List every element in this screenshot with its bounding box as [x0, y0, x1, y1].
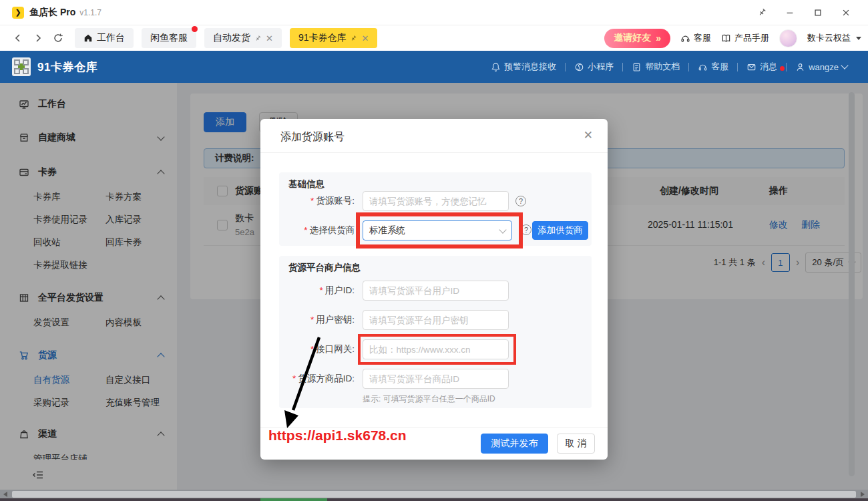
- tab-auto-ship[interactable]: 自动发货 ✕: [204, 28, 282, 48]
- support-menu[interactable]: 客服: [689, 61, 737, 73]
- annotation-url: https://api1.sk678.cn: [268, 428, 407, 444]
- book-icon: [721, 33, 731, 43]
- pin-icon[interactable]: [254, 35, 262, 42]
- person-icon: [795, 62, 805, 72]
- app-version: v1.1.7: [79, 8, 101, 17]
- uid-label: *用户ID:: [279, 281, 359, 301]
- annotation-box-supplier: [356, 212, 523, 248]
- headset-icon: [680, 33, 690, 43]
- invite-friends-button[interactable]: 邀请好友 »: [604, 29, 670, 48]
- maximize-button[interactable]: [804, 3, 832, 23]
- benefits-label: 数卡云权益: [807, 32, 851, 44]
- key-input[interactable]: [363, 310, 509, 330]
- forward-icon[interactable]: [29, 29, 47, 47]
- annotation-box-gateway: [358, 334, 516, 365]
- menu-label: 预警消息接收: [504, 61, 556, 73]
- modal-title: 添加货源账号: [280, 130, 345, 144]
- close-modal-icon[interactable]: ✕: [584, 130, 593, 141]
- pid-input[interactable]: [363, 369, 509, 389]
- required-mark: *: [310, 196, 314, 206]
- required-mark: *: [310, 344, 314, 354]
- app-title: 鱼店长 Pro: [29, 7, 75, 19]
- app-logo-icon: ❯: [12, 7, 24, 19]
- scroll-left-icon[interactable]: [3, 492, 7, 497]
- tab-workbench[interactable]: 工作台: [75, 28, 134, 48]
- menu-label: 小程序: [588, 61, 614, 73]
- tab-bar: 工作台 闲鱼客服 自动发货 ✕ 91卡券仓库 ✕ 邀请好友 »: [0, 25, 868, 51]
- title-bar: ❯ 鱼店长 Pro v1.1.7: [0, 0, 868, 25]
- refresh-icon[interactable]: [49, 29, 67, 47]
- app-header: 91卡券仓库 预警消息接收 小程序 帮助文档: [0, 51, 868, 83]
- minimize-button[interactable]: [776, 3, 804, 23]
- required-mark: *: [319, 285, 322, 295]
- supplier-label: *选择供货商: [279, 220, 359, 240]
- menu-label: 消息: [760, 61, 777, 73]
- pin-window-icon[interactable]: [748, 3, 776, 23]
- product-manual-action[interactable]: 产品手册: [721, 32, 769, 44]
- add-supply-account-modal: 添加货源账号 ✕ 基础信息 *货源账号: ? *选择供货商 标准系统 ? 添加供…: [260, 119, 608, 460]
- taskbar-sliver: [0, 498, 868, 501]
- required-mark: *: [292, 373, 296, 383]
- pin-icon[interactable]: [350, 35, 357, 42]
- tab-card-store[interactable]: 91卡券仓库 ✕: [290, 28, 377, 48]
- home-icon: [83, 33, 93, 43]
- bell-icon: [491, 62, 501, 72]
- scrollbar-thumb[interactable]: [12, 491, 856, 498]
- back-icon[interactable]: [9, 29, 27, 47]
- tab-label: 91卡券仓库: [298, 32, 347, 44]
- invite-label: 邀请好友: [614, 32, 651, 44]
- tab-label: 工作台: [97, 32, 125, 44]
- help-doc-menu[interactable]: 帮助文档: [623, 61, 688, 73]
- gateway-label: *接口网关:: [279, 339, 359, 359]
- uid-input[interactable]: [363, 281, 509, 301]
- user-menu[interactable]: wangze: [787, 62, 856, 72]
- app-window: ❯ 鱼店长 Pro v1.1.7: [0, 0, 868, 501]
- mail-icon: [746, 62, 756, 72]
- user-avatar[interactable]: [779, 29, 797, 47]
- help-icon[interactable]: ?: [515, 196, 526, 206]
- benefits-menu[interactable]: 数卡云权益: [807, 32, 861, 44]
- menu-label: 客服: [711, 61, 728, 73]
- close-tab-icon[interactable]: ✕: [266, 34, 273, 43]
- required-mark: *: [310, 315, 314, 325]
- close-tab-icon[interactable]: ✕: [361, 34, 369, 43]
- close-window-button[interactable]: [832, 3, 860, 23]
- account-input[interactable]: [363, 191, 509, 211]
- brand-logo-icon: [12, 57, 31, 76]
- miniprogram-icon: [574, 62, 584, 72]
- miniprogram-menu[interactable]: 小程序: [566, 61, 622, 73]
- caret-down-icon: [856, 37, 861, 40]
- tab-xianyu-service[interactable]: 闲鱼客服: [142, 28, 196, 48]
- menu-label: 帮助文档: [645, 61, 680, 73]
- account-label: *货源账号:: [279, 191, 359, 211]
- page-title: 91卡券仓库: [37, 59, 97, 75]
- tab-label: 闲鱼客服: [150, 32, 188, 44]
- required-mark: *: [304, 225, 307, 235]
- alert-receive-menu[interactable]: 预警消息接收: [482, 61, 565, 73]
- basic-info-legend: 基础信息: [288, 178, 324, 190]
- scroll-right-icon[interactable]: [861, 492, 865, 497]
- notification-dot: [192, 26, 198, 32]
- support-label: 客服: [694, 32, 711, 44]
- merchant-info-legend: 货源平台商户信息: [288, 262, 361, 274]
- support-action[interactable]: 客服: [680, 32, 711, 44]
- messages-menu[interactable]: 消息: [738, 61, 786, 73]
- key-label: *用户密钥:: [279, 310, 359, 330]
- pid-label: *货源方商品ID:: [279, 369, 359, 389]
- headset-icon: [698, 62, 708, 72]
- document-icon: [632, 62, 642, 72]
- horizontal-scrollbar[interactable]: [0, 490, 868, 498]
- add-supplier-button[interactable]: 添加供货商: [532, 221, 588, 240]
- username: wangze: [809, 62, 839, 72]
- tab-label: 自动发货: [213, 32, 250, 44]
- pid-hint: 提示: 可填写货源平台任意一个商品ID: [363, 393, 495, 405]
- manual-label: 产品手册: [734, 32, 769, 44]
- divider: [260, 152, 608, 153]
- test-publish-button[interactable]: 测试并发布: [481, 434, 548, 454]
- notification-dot: [780, 66, 785, 71]
- cancel-button[interactable]: 取 消: [557, 434, 595, 454]
- merchant-info-panel: 货源平台商户信息 *用户ID: *用户密钥: *接口网关: *货源方商品ID: …: [279, 256, 592, 408]
- double-arrow-icon: »: [656, 33, 661, 43]
- chevron-down-icon: [841, 61, 848, 69]
